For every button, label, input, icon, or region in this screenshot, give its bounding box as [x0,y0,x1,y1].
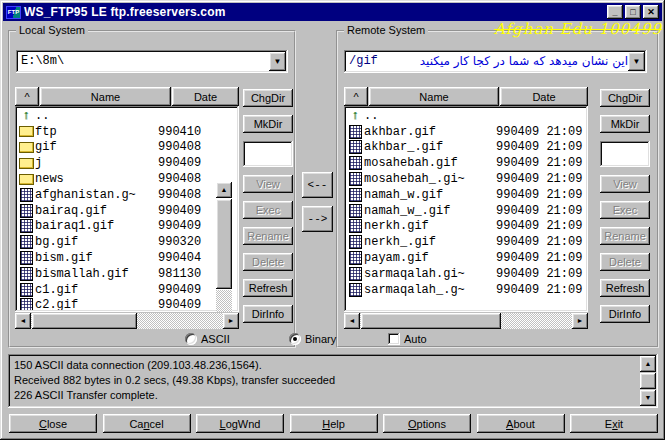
scroll-left-icon[interactable]: ◄ [344,313,360,329]
list-item[interactable]: gif990408 [17,140,221,156]
local-dirinfo-button[interactable]: DirInfo [243,305,293,323]
scroll-down-icon[interactable]: ▼ [640,390,656,406]
minimize-button[interactable]: _ [607,5,623,19]
transfer-to-remote-button[interactable]: --> [302,206,333,232]
local-path-combo[interactable]: E:\8m\ ▼ [16,50,288,73]
local-path-dropdown-button[interactable]: ▼ [269,52,286,71]
exit-button[interactable]: Exit [570,414,658,433]
file-date: 981130 [158,267,221,281]
list-item[interactable]: namah_w.gif990409 21:09 [346,187,586,203]
ascii-label: ASCII [201,333,230,345]
local-name-header[interactable]: Name [40,87,171,106]
scroll-right-icon[interactable]: ► [572,313,588,329]
local-chgdir-button[interactable]: ChgDir [243,89,293,107]
file-date: 990409 21:09 [496,251,586,265]
local-hscroll-thumb[interactable] [32,313,137,329]
auto-mode-option[interactable]: Auto [388,333,427,345]
local-mkdir-button[interactable]: MkDir [243,115,293,133]
list-item[interactable]: news990408 [17,171,221,187]
list-item[interactable]: ↑.. [346,108,586,124]
chevron-down-icon: ▼ [274,57,282,66]
list-item[interactable]: nerkh.gif990409 21:09 [346,219,586,235]
list-item[interactable]: namah_w_.gif990409 21:09 [346,203,586,219]
log-line: 226 ASCII Transfer complete. [14,388,636,403]
remote-horizontal-scrollbar[interactable]: ◄ ► [344,313,588,329]
local-system-group: Local System E:\8m\ ▼ ^ Name Date ↑..ftp… [8,30,296,348]
scroll-left-icon[interactable]: ◄ [15,313,31,329]
options-button[interactable]: Options [383,414,471,433]
list-item[interactable]: c2.gif990409 [17,298,221,310]
close-button[interactable]: Close [9,414,97,433]
list-item[interactable]: payam.gif990409 21:09 [346,250,586,266]
scroll-up-icon[interactable]: ▲ [640,356,656,372]
auto-checkbox[interactable] [388,333,400,345]
cancel-button[interactable]: Cancel [103,414,191,433]
list-item[interactable]: ↑.. [17,108,221,124]
scroll-up-icon[interactable]: ▲ [216,182,232,198]
help-button[interactable]: Help [290,414,378,433]
remote-name-header[interactable]: Name [369,87,499,106]
list-item[interactable]: bg.gif990320 [17,234,221,250]
remote-refresh-button[interactable]: Refresh [600,279,650,297]
local-horizontal-scrollbar[interactable]: ◄ ► [15,313,239,329]
list-item[interactable]: j990409 [17,155,221,171]
list-item[interactable]: akhbar_.gif990409 21:09 [346,140,586,156]
list-item[interactable]: sarmaqalah_.g~990409 21:09 [346,282,586,298]
list-item[interactable]: bismallah.gif981130 [17,266,221,282]
folder-icon [17,142,35,153]
list-item[interactable]: ftp990410 [17,124,221,140]
local-scrollbar-thumb[interactable] [216,199,232,289]
remote-date-header[interactable]: Date [500,87,588,106]
remote-path-dropdown-button[interactable]: ▼ [628,52,645,71]
file-icon [346,251,364,265]
local-date-header[interactable]: Date [172,87,239,106]
binary-label: Binary [305,333,336,345]
transfer-to-local-button[interactable]: <-- [302,172,333,198]
remote-chgdir-button[interactable]: ChgDir [600,89,650,107]
ascii-mode-option[interactable]: ASCII [185,333,230,345]
local-filter-box[interactable] [243,141,293,167]
binary-radio[interactable] [289,333,301,345]
remote-dirinfo-button[interactable]: DirInfo [600,305,650,323]
remote-filter-box[interactable] [600,141,650,167]
remote-file-list[interactable]: ↑..akhbar.gif990409 21:09akhbar_.gif9904… [344,106,588,312]
list-item[interactable]: mosahebah_.gi~990409 21:09 [346,171,586,187]
list-item[interactable]: bism.gif990404 [17,250,221,266]
remote-mkdir-button[interactable]: MkDir [600,115,650,133]
local-refresh-button[interactable]: Refresh [243,279,293,297]
file-name: namah_w_.gif [364,204,496,218]
maximize-button[interactable]: □ [625,5,641,19]
local-sort-up-header[interactable]: ^ [15,87,39,106]
local-file-list[interactable]: ↑..ftp990410gif990408j990409news990408af… [15,106,239,312]
list-item[interactable]: bairaq.gif990409 [17,203,221,219]
file-date: 990409 21:09 [496,204,586,218]
file-name: nerkh_.gif [364,235,496,249]
list-item[interactable]: c1.gif990409 [17,282,221,298]
list-item[interactable]: mosahebah.gif990409 21:09 [346,155,586,171]
title-bar[interactable]: FTP WS_FTP95 LE ftp.freeservers.com _ □ … [3,3,662,21]
file-name: akhbar_.gif [364,140,496,154]
list-item[interactable]: akhbar.gif990409 21:09 [346,124,586,140]
file-name: ftp [35,125,158,139]
remote-path-combo[interactable]: /gif این نشان میدهد که شما در کجا کار می… [344,50,647,73]
ascii-radio[interactable] [185,333,197,345]
list-item[interactable]: nerkh_.gif990409 21:09 [346,234,586,250]
list-item[interactable]: afghanistan.g~990408 [17,187,221,203]
log-scrollbar[interactable]: ▲ ▼ [640,356,656,406]
remote-sort-up-header[interactable]: ^ [344,87,368,106]
remote-view-button: View [600,175,650,193]
local-vertical-scrollbar[interactable]: ▲ ▼ [216,182,232,312]
local-scrollbar-trough[interactable] [216,290,232,312]
list-item[interactable]: sarmaqalah.gi~990409 21:09 [346,266,586,282]
binary-mode-option[interactable]: Binary [289,333,336,345]
about-button[interactable]: About [477,414,565,433]
logwnd-button[interactable]: LogWnd [196,414,284,433]
close-window-button[interactable]: ✕ [643,5,659,19]
scroll-right-icon[interactable]: ► [223,313,239,329]
log-panel[interactable]: 150 ASCII data connection (209.103.48.23… [8,354,658,408]
list-item[interactable]: bairaq1.gif990409 [17,219,221,235]
file-date: 990408 [158,188,221,202]
remote-hscroll-thumb[interactable] [361,313,501,329]
file-date: 990409 [158,204,221,218]
log-scrollbar-thumb[interactable] [640,373,656,389]
